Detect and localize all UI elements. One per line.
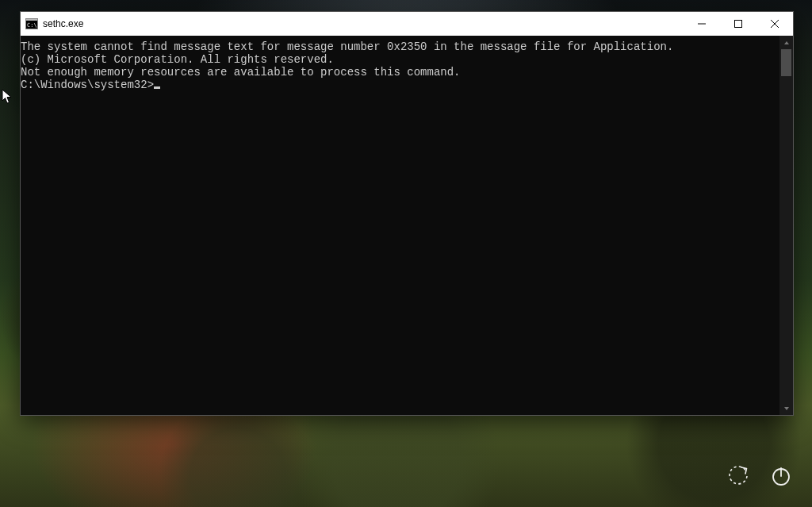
console-line: Not enough memory resources are availabl…	[21, 66, 779, 79]
power-icon[interactable]	[769, 464, 793, 488]
scroll-down-button[interactable]	[779, 401, 793, 415]
mouse-cursor	[2, 89, 13, 105]
ease-of-access-icon[interactable]	[726, 464, 750, 488]
minimize-button[interactable]	[684, 12, 720, 36]
vertical-scrollbar[interactable]	[779, 36, 793, 415]
console-line: (c) Microsoft Corporation. All rights re…	[21, 53, 779, 66]
console-client-area: The system cannot find message text for …	[21, 36, 793, 415]
window-title: sethc.exe	[43, 18, 83, 29]
lock-screen-controls	[726, 464, 793, 488]
console-prompt-line: C:\Windows\system32>	[21, 79, 779, 91]
close-button[interactable]	[756, 12, 793, 36]
maximize-button[interactable]	[720, 12, 756, 36]
console-prompt: C:\Windows\system32>	[21, 79, 154, 91]
svg-rect-4	[735, 21, 742, 28]
titlebar[interactable]: C:\ sethc.exe	[21, 12, 793, 36]
text-cursor	[154, 86, 160, 89]
cmd-icon: C:\	[25, 17, 38, 30]
scroll-up-button[interactable]	[779, 36, 793, 49]
scroll-track[interactable]	[779, 49, 793, 401]
scroll-thumb[interactable]	[781, 49, 791, 76]
console-window: C:\ sethc.exe The system cannot find mes…	[20, 11, 794, 416]
console-line: The system cannot find message text for …	[21, 40, 779, 53]
svg-text:C:\: C:\	[27, 22, 37, 29]
console-output[interactable]: The system cannot find message text for …	[21, 36, 779, 415]
